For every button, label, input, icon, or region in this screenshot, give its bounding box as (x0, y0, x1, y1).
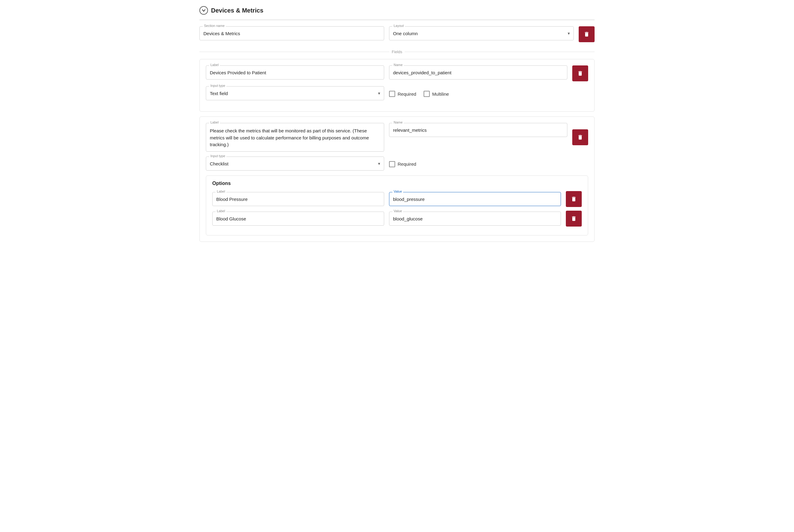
option1-delete-button[interactable] (566, 191, 582, 207)
section-config-row: Section name Devices & Metrics Layout On… (200, 26, 594, 42)
layout-value: One column (393, 31, 561, 37)
option1-value-value[interactable]: blood_pressure (393, 196, 557, 203)
field1-multiline-box[interactable] (423, 91, 430, 97)
field1-input-type-group: Input type Text field ▾ (206, 86, 384, 100)
field-card-1: Label Devices Provided to Patient Name d… (200, 59, 594, 112)
field1-multiline-checkbox[interactable]: Multiline (423, 91, 449, 97)
field2-required-label: Required (398, 162, 416, 167)
option2-label-value[interactable]: Blood Glucose (216, 216, 380, 222)
field2-name-value[interactable]: relevant_metrics (393, 128, 563, 134)
field2-label-group: Label Please check the metrics that will… (206, 123, 384, 152)
option1-label-group: Label Blood Pressure (212, 192, 384, 206)
option1-label-label: Label (215, 190, 226, 193)
option1-value-label: Value (392, 190, 403, 193)
field1-multiline-label: Multiline (432, 91, 449, 97)
field1-input-type-select[interactable]: Input type Text field ▾ (206, 86, 384, 100)
option2-label-label: Label (215, 209, 226, 213)
option2-label-group: Label Blood Glucose (212, 212, 384, 226)
field2-name-wrapper: Name relevant_metrics (389, 123, 567, 137)
field2-input-type-label: Input type (209, 154, 226, 158)
field1-label-wrapper: Label Devices Provided to Patient (206, 65, 384, 79)
option2-label-wrapper: Label Blood Glucose (212, 212, 384, 226)
field1-required-box[interactable] (389, 91, 395, 97)
field2-label-label: Label (209, 120, 220, 124)
section-delete-button[interactable] (579, 26, 594, 42)
layout-select[interactable]: Layout One column ▾ (389, 26, 574, 40)
field2-required-checkbox[interactable]: Required (389, 161, 416, 167)
option2-value-group: Value blood_glucose (389, 212, 561, 226)
options-title: Options (212, 181, 582, 186)
option-row-2: Label Blood Glucose Value blood_glucose (212, 211, 582, 227)
field1-name-wrapper: Name devices_provided_to_patient (389, 65, 567, 79)
field2-delete-button[interactable] (572, 129, 588, 145)
field2-dropdown-arrow: ▾ (378, 161, 380, 166)
fields-section-label: Fields (200, 50, 594, 54)
field2-checkboxes: Required (389, 160, 567, 167)
field1-delete-button[interactable] (572, 65, 588, 81)
layout-group: Layout One column ▾ (389, 26, 574, 40)
field2-name-label: Name (392, 120, 404, 124)
option1-value-group: Value blood_pressure (389, 192, 561, 206)
field1-name-value[interactable]: devices_provided_to_patient (393, 70, 563, 76)
field2-top-row: Label Please check the metrics that will… (206, 123, 588, 152)
field2-label-wrapper: Label Please check the metrics that will… (206, 123, 384, 152)
section-name-group: Section name Devices & Metrics (200, 26, 384, 40)
section-name-label: Section name (203, 24, 226, 27)
option2-delete-button[interactable] (566, 211, 582, 227)
section-header: Devices & Metrics (200, 6, 594, 20)
field1-label-label: Label (209, 63, 220, 66)
option2-value-value[interactable]: blood_glucose (393, 216, 557, 222)
option1-value-wrapper: Value blood_pressure (389, 192, 561, 206)
field2-label-value[interactable]: Please check the metrics that will be mo… (210, 128, 380, 148)
collapse-toggle[interactable] (200, 6, 208, 15)
field1-name-group: Name devices_provided_to_patient (389, 65, 567, 79)
section-name-value[interactable]: Devices & Metrics (203, 31, 380, 37)
field2-input-type-group: Input type Checklist ▾ (206, 156, 384, 171)
layout-label: Layout (392, 24, 405, 27)
field1-bottom-row: Input type Text field ▾ Required Multili… (206, 86, 588, 100)
option-row-1: Label Blood Pressure Value blood_pressur… (212, 191, 582, 207)
field1-required-label: Required (398, 91, 416, 97)
options-section: Options Label Blood Pressure Value blood… (206, 175, 588, 235)
field1-input-type-value: Text field (210, 91, 372, 97)
field1-name-label: Name (392, 63, 404, 66)
page-container: Devices & Metrics Section name Devices &… (192, 0, 602, 253)
field2-input-type-select[interactable]: Input type Checklist ▾ (206, 156, 384, 171)
field1-dropdown-arrow: ▾ (378, 91, 380, 96)
field1-checkboxes: Required Multiline (389, 90, 567, 97)
field2-name-group: Name relevant_metrics (389, 123, 567, 137)
field1-input-type-label: Input type (209, 84, 226, 88)
field-card-2: Label Please check the metrics that will… (200, 116, 594, 242)
option2-value-wrapper: Value blood_glucose (389, 212, 561, 226)
field1-top-row: Label Devices Provided to Patient Name d… (206, 65, 588, 81)
field2-bottom-row: Input type Checklist ▾ Required (206, 156, 588, 171)
option2-value-label: Value (392, 209, 403, 213)
option1-label-value[interactable]: Blood Pressure (216, 196, 380, 203)
section-name-field: Section name Devices & Metrics (200, 26, 384, 40)
top-section: Section name Devices & Metrics Layout On… (200, 26, 594, 42)
section-header-title: Devices & Metrics (211, 7, 263, 14)
field1-label-group: Label Devices Provided to Patient (206, 65, 384, 79)
option1-label-wrapper: Label Blood Pressure (212, 192, 384, 206)
field1-required-checkbox[interactable]: Required (389, 91, 416, 97)
field1-label-value[interactable]: Devices Provided to Patient (210, 70, 380, 76)
field2-required-box[interactable] (389, 161, 395, 167)
field2-input-type-value: Checklist (210, 161, 372, 167)
layout-dropdown-arrow: ▾ (568, 31, 570, 36)
